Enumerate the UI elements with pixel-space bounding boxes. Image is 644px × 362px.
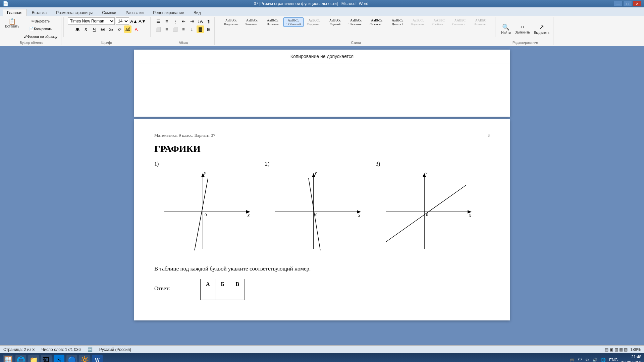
style-item-emphasis[interactable]: AaBbCcСильное ... (367, 17, 387, 27)
style-item-default[interactable]: AaBbCc1 Обычный (283, 17, 304, 27)
align-left-button[interactable]: ⬜ (155, 25, 162, 33)
font-label: Шрифт (101, 40, 112, 45)
ie-icon[interactable]: 🌐 (15, 355, 26, 362)
answer-table: А Б В (200, 279, 245, 300)
maximize-button[interactable]: □ (623, 1, 632, 7)
align-right-button[interactable]: ⬜ (171, 25, 179, 33)
language-indicator: 🔤 (88, 347, 93, 352)
graph-1-svg: y x 0 (154, 168, 252, 255)
bullets-button[interactable]: ☰ (155, 17, 162, 25)
tab-home[interactable]: Главная (3, 9, 27, 16)
strikethrough-button[interactable]: зк (99, 25, 106, 33)
align-center-button[interactable]: ≡ (163, 25, 170, 33)
svg-text:x: x (358, 213, 361, 218)
subscript-button[interactable]: x₂ (107, 25, 115, 33)
select-button[interactable]: ↗ Выделить (532, 22, 551, 36)
find-button[interactable]: 🔍 Найти (499, 22, 513, 36)
style-item-subtle[interactable]: AaBbCcВыделени... (408, 17, 428, 27)
show-marks-button[interactable]: ¶ (205, 17, 212, 25)
graph-2-svg: y x 0 (265, 168, 362, 255)
answer-cell-v[interactable] (230, 289, 245, 300)
shading-button[interactable]: ▓ (197, 25, 204, 33)
photo-icon[interactable]: 🖼 (41, 355, 52, 362)
svg-text:y: y (203, 170, 206, 175)
tab-page-layout[interactable]: Разметка страницы (52, 9, 97, 16)
clock: 21:48 12.08.2016 (621, 354, 641, 362)
style-item-strong[interactable]: AaBbCcСтрогий (325, 17, 345, 27)
taskbar: 🪟 🌐 📁 🖼 S 🔵 🔆 W 🎮 🛡 ⚙ 🔊 🌐 ENG 21:48 12.0… (0, 353, 644, 362)
word-taskbar-icon[interactable]: W (92, 355, 103, 362)
replace-button[interactable]: ↔ Заменить (513, 22, 532, 35)
chrome-icon[interactable]: 🔵 (66, 355, 77, 362)
tab-mailings[interactable]: Рассылки (121, 9, 148, 16)
svg-text:0: 0 (315, 212, 318, 217)
font-size-selector[interactable]: 14 (116, 17, 129, 25)
language-name: Русский (Россия) (99, 347, 131, 352)
format-painter-button[interactable]: 🖌 Формат по образцу (22, 33, 59, 40)
style-item-weak[interactable]: ААВБССлабая с... (429, 17, 449, 27)
copy-icon: 📄 (29, 27, 34, 31)
cut-button[interactable]: ✂ Вырезать (22, 17, 59, 25)
taskbar-right: 🎮 🛡 ⚙ 🔊 🌐 ENG 21:48 12.08.2016 (570, 354, 641, 362)
style-item-heading1[interactable]: AaBbCcЗаголово... (242, 17, 262, 27)
justify-button[interactable]: ≡ (180, 25, 187, 33)
svg-line-23 (386, 185, 466, 242)
clipboard-group: 📋 Вставить ✂ Вырезать 📄 Копировать (1, 17, 61, 45)
underline-button[interactable]: Ч (91, 25, 98, 33)
tab-references[interactable]: Ссылки (98, 9, 120, 16)
graph-3: 3) y x 0 (376, 161, 473, 255)
font-color-button[interactable]: А (132, 25, 140, 33)
copy-button[interactable]: 📄 Копировать (22, 25, 59, 33)
tab-insert[interactable]: Вставка (28, 9, 51, 16)
decrease-indent-button[interactable]: ⇤ (180, 17, 187, 25)
tab-review[interactable]: Рецензирование (149, 9, 189, 16)
style-item-no-spacing[interactable]: AaBbCc1 Без инте... (346, 17, 366, 27)
numbering-button[interactable]: ≡ (163, 17, 170, 25)
svg-text:0: 0 (205, 212, 207, 217)
bold-button[interactable]: Ж (74, 25, 81, 33)
style-item-intense[interactable]: ААВБССильная с... (450, 17, 470, 27)
answer-cell-a[interactable] (201, 289, 215, 300)
font-name-selector[interactable]: Times New Roman (68, 17, 115, 25)
replace-icon: ↔ (519, 23, 525, 31)
answer-label: Ответ: (154, 285, 170, 292)
status-right: ▤ ▣ ▥ ▦ ▧ 188% (605, 347, 641, 352)
answer-cell-b[interactable] (215, 289, 230, 300)
multilevel-button[interactable]: ⋮ (171, 17, 179, 25)
page-1: Копирование не допускается (134, 50, 510, 117)
highlight-button[interactable]: аб (124, 25, 131, 33)
paste-button[interactable]: 📋 Вставить (3, 17, 21, 29)
styles-group: AaBbCcВыделение AaBbCcЗаголово... AaBbCc… (219, 17, 493, 45)
graph-1: 1) y x 0 (154, 161, 252, 255)
increase-font-button[interactable]: A▲ (130, 17, 138, 25)
decrease-font-button[interactable]: A▼ (139, 17, 146, 25)
status-bar: Страница: 2 из 8 Число слов: 17/1 036 🔤 … (0, 345, 644, 353)
style-item-normal[interactable]: AaBbCcВыделение (221, 17, 241, 27)
browser2-icon[interactable]: 🔆 (79, 355, 90, 362)
table-answer-row (201, 289, 245, 300)
ribbon-content: 📋 Вставить ✂ Вырезать 📄 Копировать (0, 16, 644, 46)
borders-button[interactable]: ⊞ (205, 25, 212, 33)
line-spacing-button[interactable]: ↕ (188, 25, 196, 33)
clipboard-label: Буфер обмена (20, 40, 43, 45)
svg-text:y: y (314, 170, 317, 175)
lang-indicator: ENG (609, 358, 618, 362)
style-item-title2[interactable]: ААВБСНазвание... (471, 17, 491, 27)
skype-icon[interactable]: S (54, 355, 64, 362)
italic-button[interactable]: К (82, 25, 90, 33)
increase-indent-button[interactable]: ⇥ (188, 17, 196, 25)
tab-view[interactable]: Вид (189, 9, 205, 16)
svg-text:x: x (247, 213, 250, 218)
start-button[interactable]: 🪟 (3, 355, 13, 362)
close-button[interactable]: ✕ (633, 1, 641, 7)
select-label: Выделить (534, 31, 549, 35)
sort-button[interactable]: ↕A (197, 17, 204, 25)
svg-text:x: x (469, 213, 471, 218)
minimize-button[interactable]: — (614, 1, 623, 7)
explorer-icon[interactable]: 📁 (28, 355, 39, 362)
style-item-subtitle[interactable]: AaBbCcПодзагол... (304, 17, 324, 27)
svg-line-15 (309, 178, 320, 250)
style-item-title[interactable]: AaBbCcНазвание (263, 17, 283, 27)
superscript-button[interactable]: x² (116, 25, 123, 33)
style-item-quote2[interactable]: AaBbCcЦитата 2 (387, 17, 408, 27)
